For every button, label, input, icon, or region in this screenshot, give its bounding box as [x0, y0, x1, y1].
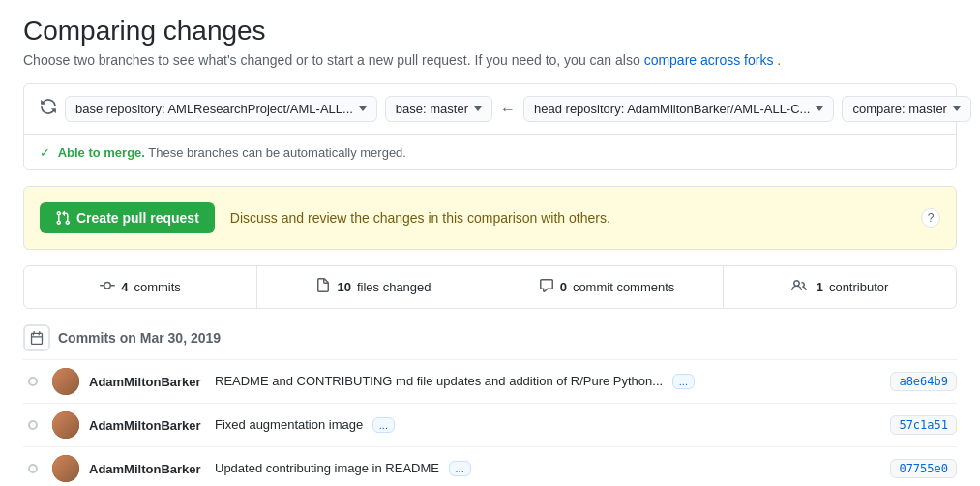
commit-message: Updated contributing image in README ...	[215, 461, 880, 476]
comments-count: 0	[560, 280, 567, 294]
comments-icon	[539, 278, 554, 296]
commit-row: AdamMiltonBarkerUpdated contributing ima…	[23, 446, 957, 486]
stats-bar: 4 commits 10 files changed 0 commit comm…	[23, 265, 957, 309]
svg-point-1	[29, 421, 37, 429]
commit-sha[interactable]: a8e64b9	[890, 372, 957, 391]
commit-graph-dot	[23, 377, 43, 386]
commits-count: 4	[121, 280, 128, 294]
merge-check-icon: ✓	[40, 145, 50, 160]
page-title: Comparing changes	[23, 15, 957, 46]
contributors-count: 1	[817, 280, 823, 294]
head-repo-label: head repository: AdamMiltonBarker/AML-AL…	[534, 102, 810, 116]
compare-branch-label: compare: master	[852, 102, 947, 116]
commit-message: Fixed augmentation image ...	[215, 417, 880, 433]
pr-banner: Create pull request Discuss and review t…	[23, 186, 957, 250]
pr-icon	[55, 210, 71, 226]
stat-contributors[interactable]: 1 contributor	[724, 266, 956, 308]
branch-bar: base repository: AMLResearchProject/AML-…	[24, 84, 956, 134]
merge-status-text: Able to merge.	[58, 145, 145, 160]
svg-point-2	[29, 465, 37, 472]
create-pull-request-button[interactable]: Create pull request	[40, 202, 215, 233]
commits-date-header: Commits on Mar 30, 2019	[23, 324, 957, 351]
commit-sha[interactable]: 57c1a51	[890, 415, 957, 435]
contributors-icon	[791, 278, 811, 296]
stat-comments[interactable]: 0 commit comments	[490, 266, 724, 308]
base-repo-label: base repository: AMLResearchProject/AML-…	[75, 102, 353, 116]
commit-row: AdamMiltonBarkerFixed augmentation image…	[23, 403, 957, 446]
contributors-label: contributor	[829, 280, 888, 294]
commit-row: AdamMiltonBarkerREADME and CONTRIBUTING …	[23, 359, 957, 403]
base-branch-label: base: master	[396, 102, 468, 116]
commit-badge[interactable]: ...	[449, 461, 471, 476]
commit-author[interactable]: AdamMiltonBarker	[89, 462, 205, 476]
arrow-icon: ←	[500, 101, 516, 118]
commits-label: commits	[134, 280, 180, 294]
files-icon	[315, 278, 331, 296]
compare-branch-dropdown[interactable]: compare: master	[842, 96, 971, 122]
commit-message: README and CONTRIBUTING md file updates …	[215, 374, 880, 389]
commits-list: AdamMiltonBarkerREADME and CONTRIBUTING …	[23, 359, 957, 486]
svg-point-0	[29, 378, 37, 385]
avatar	[52, 411, 79, 439]
stat-commits[interactable]: 4 commits	[24, 266, 257, 308]
base-branch-caret	[474, 106, 482, 111]
merge-status: ✓ Able to merge. These branches can be a…	[24, 134, 956, 169]
head-repo-dropdown[interactable]: head repository: AdamMiltonBarker/AML-AL…	[523, 96, 834, 122]
sync-icon	[40, 98, 57, 120]
create-pr-label: Create pull request	[76, 210, 199, 226]
branch-selector-container: base repository: AMLResearchProject/AML-…	[23, 83, 957, 170]
commit-author[interactable]: AdamMiltonBarker	[89, 375, 205, 389]
commit-author[interactable]: AdamMiltonBarker	[89, 418, 205, 433]
commits-calendar-icon	[23, 324, 50, 351]
subtitle-end: .	[777, 52, 781, 68]
commit-graph-dot	[23, 420, 43, 430]
base-repo-dropdown[interactable]: base repository: AMLResearchProject/AML-…	[65, 96, 377, 122]
pr-help-button[interactable]: ?	[921, 208, 940, 228]
files-count: 10	[337, 280, 350, 294]
avatar	[52, 455, 79, 482]
compare-branch-caret	[953, 106, 961, 111]
avatar	[52, 368, 79, 395]
comments-label: commit comments	[573, 280, 674, 294]
commits-section: Commits on Mar 30, 2019 AdamMiltonBarker…	[23, 324, 957, 486]
commit-badge[interactable]: ...	[672, 374, 695, 389]
stat-files[interactable]: 10 files changed	[257, 266, 490, 308]
merge-ok-indicator: ✓ Able to merge. These branches can be a…	[40, 145, 406, 160]
base-repo-caret	[359, 106, 367, 111]
compare-across-forks-link[interactable]: compare across forks	[644, 52, 774, 68]
commits-date-text: Commits on Mar 30, 2019	[58, 330, 221, 346]
commit-sha[interactable]: 07755e0	[890, 459, 957, 478]
commit-badge[interactable]: ...	[372, 417, 395, 433]
head-repo-caret	[816, 106, 823, 111]
page-subtitle: Choose two branches to see what's change…	[23, 52, 957, 68]
commit-graph-dot	[23, 464, 43, 473]
commits-icon	[100, 278, 115, 296]
subtitle-text: Choose two branches to see what's change…	[23, 52, 640, 68]
pr-description: Discuss and review the changes in this c…	[230, 210, 906, 226]
files-label: files changed	[357, 280, 431, 294]
base-branch-dropdown[interactable]: base: master	[385, 96, 492, 122]
merge-auto-text: These branches can be automatically merg…	[148, 145, 406, 160]
